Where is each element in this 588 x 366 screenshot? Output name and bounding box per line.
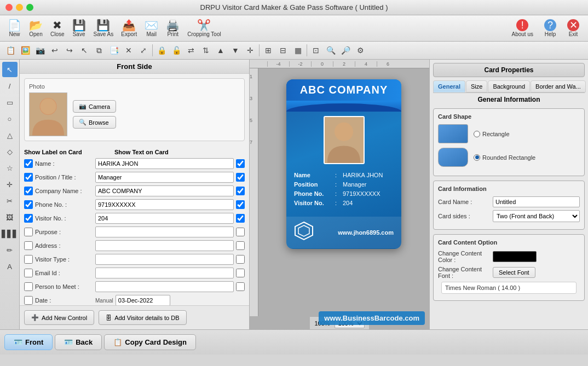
field-2-right-check[interactable] [236,187,245,195]
tool-line[interactable]: / [2,78,18,94]
icon-bar-redo[interactable]: ↪ [62,43,77,57]
add-new-control-button[interactable]: ➕ Add New Control [24,310,94,325]
icon-bar-down[interactable]: ▼ [228,43,243,57]
tool-rect[interactable]: ▭ [2,95,18,110]
field-5-check[interactable] [24,228,33,236]
new-button[interactable]: 📄 New [4,18,25,39]
icon-bar-unlock[interactable]: 🔓 [169,43,183,57]
saveas-button[interactable]: 💾 Save As [90,18,117,39]
minimize-window-btn[interactable] [16,4,23,11]
field-8-right-check[interactable] [236,269,245,277]
tab-size[interactable]: Size [466,80,487,92]
rounded-radio[interactable] [474,154,480,161]
camera-button[interactable]: 📷 Camera [73,100,116,113]
icon-bar-delete[interactable]: ✕ [122,43,136,57]
tool-select[interactable]: ↖ [2,62,18,77]
cropping-button[interactable]: ✂️ Cropping Tool [184,18,224,39]
field-1-input[interactable] [95,172,234,183]
card-sides-select[interactable]: Two (Front and Back) One (Front Only) [493,210,580,222]
close-window-btn[interactable] [5,4,13,11]
icon-bar-copy[interactable]: ⧉ [92,43,106,57]
field-5-right-check[interactable] [236,228,245,236]
field-4-check[interactable] [24,214,33,223]
tool-barcode[interactable]: ▋▋▋ [2,226,18,241]
field-4-input[interactable] [95,213,234,224]
field-0-input[interactable] [95,158,234,169]
select-font-button[interactable]: Select Font [493,267,535,278]
tool-text[interactable]: A [2,259,18,274]
exit-button[interactable]: ✕ Exit [563,18,584,39]
icon-bar-ratio[interactable]: ⊡ [309,43,323,57]
field-6-input[interactable] [95,240,234,251]
date-check[interactable] [24,296,33,305]
field-0-right-check[interactable] [236,159,245,168]
field-1-right-check[interactable] [236,173,245,182]
field-3-right-check[interactable] [236,200,245,209]
icon-bar-camera2[interactable]: 📷 [33,43,47,57]
field-0-check[interactable] [24,159,33,168]
rectangle-option[interactable]: Rectangle [474,131,510,137]
tool-triangle[interactable]: △ [2,127,18,143]
maximize-window-btn[interactable] [26,4,33,11]
icon-bar-move[interactable]: ⤢ [136,43,151,57]
tool-cross[interactable]: ✛ [2,177,18,192]
tool-diamond[interactable]: ◇ [2,144,18,159]
tab-general[interactable]: General [433,80,465,92]
icon-bar-cursor[interactable]: ↖ [77,43,91,57]
browse-button[interactable]: 🔍 Browse [73,116,116,129]
field-8-check[interactable] [24,269,33,277]
icon-bar-resize[interactable]: ⊞ [261,43,275,57]
icon-bar-zoom-out[interactable]: 🔎 [338,43,353,57]
icon-bar-paste[interactable]: 📑 [107,43,121,57]
icon-bar-lock[interactable]: 🔒 [154,43,169,57]
icon-bar-zoom-in[interactable]: 🔍 [324,43,338,57]
field-4-right-check[interactable] [236,214,245,223]
field-8-input[interactable] [95,268,234,278]
icon-bar-grid[interactable]: ⊟ [276,43,290,57]
card-name-input[interactable] [493,196,580,207]
field-2-input[interactable] [95,185,234,196]
field-1-check[interactable] [24,173,33,182]
content-color-swatch[interactable] [493,251,537,262]
field-5-input[interactable] [95,226,234,237]
export-button[interactable]: 📤 Export [118,18,140,39]
help-button[interactable]: ? Help [540,18,561,39]
date-input[interactable] [116,295,170,305]
mail-button[interactable]: ✉️ Mail [141,18,162,39]
print-button[interactable]: 🖨️ Print [163,18,183,39]
field-7-right-check[interactable] [236,255,245,264]
field-2-check[interactable] [24,187,33,195]
rounded-option[interactable]: Rounded Rectangle [474,154,535,161]
icon-bar-4arrows[interactable]: ✛ [243,43,257,57]
icon-bar-flip-v[interactable]: ⇅ [199,43,213,57]
tool-circle[interactable]: ○ [2,111,18,126]
save-button[interactable]: 💾 Save [69,18,89,39]
tab-background[interactable]: Background [488,80,530,92]
tool-star[interactable]: ☆ [2,160,18,176]
tool-pen[interactable]: ✏ [2,242,18,258]
copy-card-design-tab[interactable]: 📋 Copy Card Design [104,334,196,350]
field-9-check[interactable] [24,282,33,291]
add-visitor-db-button[interactable]: 🗄 Add Visitor details to DB [99,310,186,325]
front-tab[interactable]: 🪪 Front [4,334,53,350]
field-3-input[interactable] [95,199,234,210]
canvas-content[interactable]: ABC COMPANY [258,68,429,316]
icon-bar-undo[interactable]: ↩ [48,43,62,57]
icon-bar-clipboard[interactable]: 📋 [3,43,18,57]
tab-border[interactable]: Border and Wa... [531,80,586,92]
icon-bar-flip-h[interactable]: ⇄ [184,43,198,57]
back-tab[interactable]: 🪪 Back [55,334,102,350]
tool-image2[interactable]: 🖼 [2,210,18,225]
aboutus-button[interactable]: ! About us [508,18,538,39]
field-6-right-check[interactable] [236,241,245,250]
icon-bar-table[interactable]: ▦ [291,43,305,57]
rectangle-radio[interactable] [474,131,480,137]
field-3-check[interactable] [24,200,33,209]
field-7-input[interactable] [95,254,234,265]
icon-bar-properties[interactable]: ⚙ [353,43,367,57]
close-button[interactable]: ✖ Close [47,18,68,39]
field-9-input[interactable] [95,281,234,292]
field-9-right-check[interactable] [236,282,245,291]
field-7-check[interactable] [24,255,33,264]
tool-scissors[interactable]: ✂ [2,193,18,208]
